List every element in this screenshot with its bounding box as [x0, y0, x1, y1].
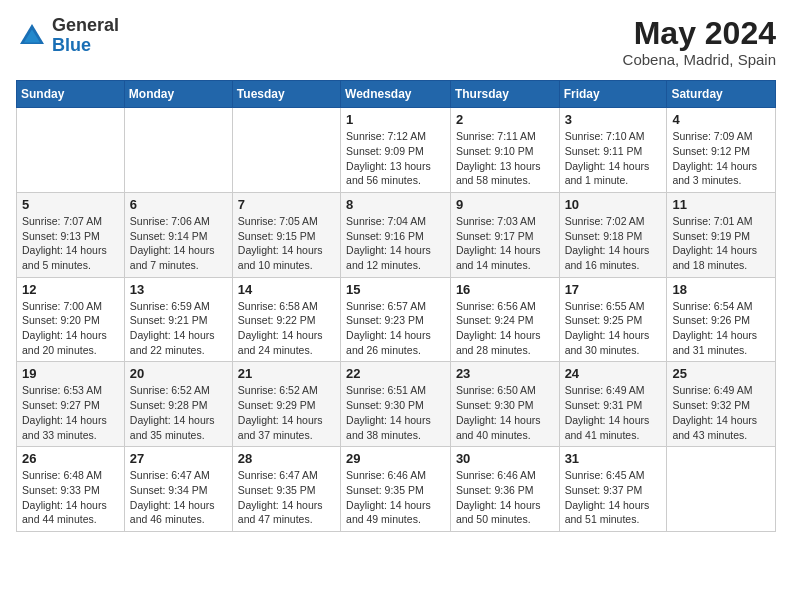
logo-blue-text: Blue [52, 35, 91, 55]
day-number: 19 [22, 366, 119, 381]
day-info: Sunrise: 7:05 AMSunset: 9:15 PMDaylight:… [238, 214, 335, 273]
calendar-cell: 15Sunrise: 6:57 AMSunset: 9:23 PMDayligh… [341, 277, 451, 362]
calendar-cell: 27Sunrise: 6:47 AMSunset: 9:34 PMDayligh… [124, 447, 232, 532]
title-area: May 2024 Cobena, Madrid, Spain [623, 16, 776, 68]
day-number: 9 [456, 197, 554, 212]
day-info: Sunrise: 6:59 AMSunset: 9:21 PMDaylight:… [130, 299, 227, 358]
day-info: Sunrise: 6:50 AMSunset: 9:30 PMDaylight:… [456, 383, 554, 442]
day-info: Sunrise: 6:45 AMSunset: 9:37 PMDaylight:… [565, 468, 662, 527]
day-number: 16 [456, 282, 554, 297]
day-number: 14 [238, 282, 335, 297]
day-number: 22 [346, 366, 445, 381]
day-number: 26 [22, 451, 119, 466]
calendar-week-row: 12Sunrise: 7:00 AMSunset: 9:20 PMDayligh… [17, 277, 776, 362]
logo: General Blue [16, 16, 119, 56]
day-info: Sunrise: 6:47 AMSunset: 9:34 PMDaylight:… [130, 468, 227, 527]
day-info: Sunrise: 7:06 AMSunset: 9:14 PMDaylight:… [130, 214, 227, 273]
day-info: Sunrise: 7:12 AMSunset: 9:09 PMDaylight:… [346, 129, 445, 188]
day-number: 5 [22, 197, 119, 212]
day-info: Sunrise: 7:09 AMSunset: 9:12 PMDaylight:… [672, 129, 770, 188]
weekday-header-sunday: Sunday [17, 81, 125, 108]
calendar-cell: 30Sunrise: 6:46 AMSunset: 9:36 PMDayligh… [450, 447, 559, 532]
page-header: General Blue May 2024 Cobena, Madrid, Sp… [16, 16, 776, 68]
day-info: Sunrise: 6:54 AMSunset: 9:26 PMDaylight:… [672, 299, 770, 358]
calendar-week-row: 1Sunrise: 7:12 AMSunset: 9:09 PMDaylight… [17, 108, 776, 193]
day-info: Sunrise: 6:52 AMSunset: 9:29 PMDaylight:… [238, 383, 335, 442]
day-number: 3 [565, 112, 662, 127]
calendar-cell: 12Sunrise: 7:00 AMSunset: 9:20 PMDayligh… [17, 277, 125, 362]
day-info: Sunrise: 6:53 AMSunset: 9:27 PMDaylight:… [22, 383, 119, 442]
calendar-cell: 28Sunrise: 6:47 AMSunset: 9:35 PMDayligh… [232, 447, 340, 532]
day-number: 6 [130, 197, 227, 212]
calendar-cell [17, 108, 125, 193]
weekday-header-saturday: Saturday [667, 81, 776, 108]
day-number: 13 [130, 282, 227, 297]
location-text: Cobena, Madrid, Spain [623, 51, 776, 68]
day-info: Sunrise: 6:48 AMSunset: 9:33 PMDaylight:… [22, 468, 119, 527]
calendar-cell: 23Sunrise: 6:50 AMSunset: 9:30 PMDayligh… [450, 362, 559, 447]
calendar-table: SundayMondayTuesdayWednesdayThursdayFrid… [16, 80, 776, 532]
calendar-cell [124, 108, 232, 193]
calendar-cell: 5Sunrise: 7:07 AMSunset: 9:13 PMDaylight… [17, 192, 125, 277]
day-info: Sunrise: 7:11 AMSunset: 9:10 PMDaylight:… [456, 129, 554, 188]
day-number: 21 [238, 366, 335, 381]
calendar-week-row: 19Sunrise: 6:53 AMSunset: 9:27 PMDayligh… [17, 362, 776, 447]
day-number: 30 [456, 451, 554, 466]
calendar-week-row: 5Sunrise: 7:07 AMSunset: 9:13 PMDaylight… [17, 192, 776, 277]
day-number: 11 [672, 197, 770, 212]
calendar-cell: 7Sunrise: 7:05 AMSunset: 9:15 PMDaylight… [232, 192, 340, 277]
calendar-cell: 22Sunrise: 6:51 AMSunset: 9:30 PMDayligh… [341, 362, 451, 447]
day-number: 23 [456, 366, 554, 381]
day-number: 12 [22, 282, 119, 297]
calendar-cell: 26Sunrise: 6:48 AMSunset: 9:33 PMDayligh… [17, 447, 125, 532]
day-number: 25 [672, 366, 770, 381]
day-number: 29 [346, 451, 445, 466]
calendar-cell: 14Sunrise: 6:58 AMSunset: 9:22 PMDayligh… [232, 277, 340, 362]
weekday-header-tuesday: Tuesday [232, 81, 340, 108]
calendar-cell: 25Sunrise: 6:49 AMSunset: 9:32 PMDayligh… [667, 362, 776, 447]
day-number: 27 [130, 451, 227, 466]
day-number: 24 [565, 366, 662, 381]
calendar-cell: 24Sunrise: 6:49 AMSunset: 9:31 PMDayligh… [559, 362, 667, 447]
calendar-cell: 17Sunrise: 6:55 AMSunset: 9:25 PMDayligh… [559, 277, 667, 362]
calendar-cell: 11Sunrise: 7:01 AMSunset: 9:19 PMDayligh… [667, 192, 776, 277]
calendar-cell: 16Sunrise: 6:56 AMSunset: 9:24 PMDayligh… [450, 277, 559, 362]
calendar-cell: 3Sunrise: 7:10 AMSunset: 9:11 PMDaylight… [559, 108, 667, 193]
calendar-cell: 20Sunrise: 6:52 AMSunset: 9:28 PMDayligh… [124, 362, 232, 447]
weekday-header-row: SundayMondayTuesdayWednesdayThursdayFrid… [17, 81, 776, 108]
day-info: Sunrise: 7:00 AMSunset: 9:20 PMDaylight:… [22, 299, 119, 358]
day-number: 1 [346, 112, 445, 127]
day-number: 10 [565, 197, 662, 212]
day-info: Sunrise: 6:56 AMSunset: 9:24 PMDaylight:… [456, 299, 554, 358]
weekday-header-wednesday: Wednesday [341, 81, 451, 108]
day-number: 20 [130, 366, 227, 381]
calendar-cell: 31Sunrise: 6:45 AMSunset: 9:37 PMDayligh… [559, 447, 667, 532]
day-number: 18 [672, 282, 770, 297]
logo-general-text: General [52, 15, 119, 35]
weekday-header-friday: Friday [559, 81, 667, 108]
weekday-header-monday: Monday [124, 81, 232, 108]
day-info: Sunrise: 6:46 AMSunset: 9:36 PMDaylight:… [456, 468, 554, 527]
calendar-cell: 18Sunrise: 6:54 AMSunset: 9:26 PMDayligh… [667, 277, 776, 362]
calendar-week-row: 26Sunrise: 6:48 AMSunset: 9:33 PMDayligh… [17, 447, 776, 532]
calendar-cell: 6Sunrise: 7:06 AMSunset: 9:14 PMDaylight… [124, 192, 232, 277]
calendar-cell [667, 447, 776, 532]
day-info: Sunrise: 7:10 AMSunset: 9:11 PMDaylight:… [565, 129, 662, 188]
day-number: 15 [346, 282, 445, 297]
calendar-cell: 4Sunrise: 7:09 AMSunset: 9:12 PMDaylight… [667, 108, 776, 193]
day-number: 2 [456, 112, 554, 127]
calendar-cell: 9Sunrise: 7:03 AMSunset: 9:17 PMDaylight… [450, 192, 559, 277]
day-info: Sunrise: 6:57 AMSunset: 9:23 PMDaylight:… [346, 299, 445, 358]
day-info: Sunrise: 7:04 AMSunset: 9:16 PMDaylight:… [346, 214, 445, 273]
day-info: Sunrise: 7:07 AMSunset: 9:13 PMDaylight:… [22, 214, 119, 273]
calendar-cell: 10Sunrise: 7:02 AMSunset: 9:18 PMDayligh… [559, 192, 667, 277]
day-info: Sunrise: 6:49 AMSunset: 9:32 PMDaylight:… [672, 383, 770, 442]
day-number: 7 [238, 197, 335, 212]
day-info: Sunrise: 7:01 AMSunset: 9:19 PMDaylight:… [672, 214, 770, 273]
day-info: Sunrise: 6:47 AMSunset: 9:35 PMDaylight:… [238, 468, 335, 527]
day-info: Sunrise: 6:55 AMSunset: 9:25 PMDaylight:… [565, 299, 662, 358]
day-info: Sunrise: 7:02 AMSunset: 9:18 PMDaylight:… [565, 214, 662, 273]
calendar-cell: 19Sunrise: 6:53 AMSunset: 9:27 PMDayligh… [17, 362, 125, 447]
weekday-header-thursday: Thursday [450, 81, 559, 108]
day-number: 28 [238, 451, 335, 466]
